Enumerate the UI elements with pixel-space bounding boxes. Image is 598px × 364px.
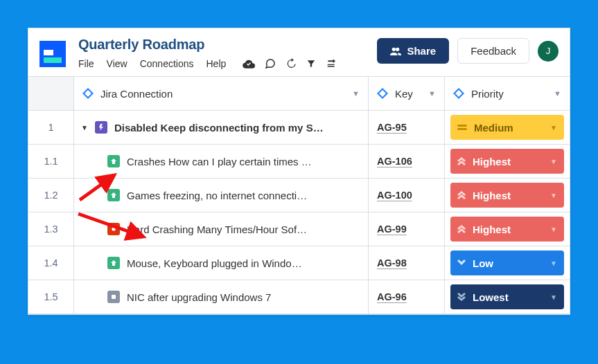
issue-key-link[interactable]: AG-98 bbox=[377, 257, 407, 269]
priority-lowest-icon bbox=[457, 293, 466, 301]
user-avatar[interactable]: J bbox=[538, 41, 559, 62]
app-window: Quarterly Roadmap File View Connections … bbox=[28, 28, 570, 315]
up-icon bbox=[107, 155, 120, 167]
priority-label: Highest bbox=[473, 190, 511, 201]
expand-toggle[interactable]: ▼ bbox=[81, 124, 88, 131]
priority-highest-icon bbox=[457, 225, 466, 233]
issue-key-link[interactable]: AG-100 bbox=[377, 190, 412, 201]
cloud-icon[interactable] bbox=[243, 58, 255, 69]
menu-file[interactable]: File bbox=[78, 58, 94, 69]
summary-cell[interactable]: Games freezing, no internet connecti… bbox=[74, 179, 369, 212]
row-number[interactable]: 1.4 bbox=[28, 246, 74, 280]
chevron-down-icon[interactable]: ▼ bbox=[554, 89, 561, 98]
priority-cell[interactable]: Highest▼ bbox=[445, 212, 570, 246]
chevron-down-icon[interactable]: ▼ bbox=[550, 260, 557, 267]
svg-rect-0 bbox=[457, 125, 467, 127]
priority-label: Highest bbox=[473, 224, 511, 235]
summary-cell[interactable]: Mouse, Keyboard plugged in Windo… bbox=[74, 246, 369, 280]
bug-icon bbox=[107, 223, 120, 235]
row-number[interactable]: 1.3 bbox=[28, 212, 74, 246]
menu-help[interactable]: Help bbox=[206, 58, 226, 69]
feedback-button-label: Feedback bbox=[471, 45, 516, 57]
row-number[interactable]: 1.5 bbox=[28, 280, 74, 314]
priority-cell[interactable]: Highest▼ bbox=[445, 145, 570, 179]
key-cell[interactable]: AG-106 bbox=[369, 145, 445, 179]
menu-view[interactable]: View bbox=[107, 58, 127, 69]
priority-badge[interactable]: Highest▼ bbox=[450, 183, 564, 208]
key-cell[interactable]: AG-95 bbox=[369, 111, 445, 145]
column-header-priority[interactable]: Priority ▼ bbox=[445, 77, 570, 111]
format-icon[interactable] bbox=[326, 58, 337, 69]
issue-summary-link[interactable]: NIC after upgrading Windows 7 bbox=[127, 291, 271, 303]
priority-label: Lowest bbox=[473, 291, 509, 303]
summary-cell[interactable]: Crashes How can I play certain times … bbox=[74, 145, 369, 179]
priority-label: Highest bbox=[473, 156, 511, 167]
data-grid: Jira Connection ▼ Key ▼ Priority ▼ 1▼Dis… bbox=[28, 76, 570, 314]
issue-summary-link[interactable]: Hard Crashing Many Times/Hour Sof… bbox=[127, 224, 307, 235]
chevron-down-icon[interactable]: ▼ bbox=[550, 124, 557, 131]
grey-icon bbox=[107, 291, 120, 303]
summary-cell[interactable]: Hard Crashing Many Times/Hour Sof… bbox=[74, 212, 369, 246]
key-cell[interactable]: AG-100 bbox=[369, 179, 445, 212]
issue-summary-link[interactable]: Crashes How can I play certain times … bbox=[127, 156, 312, 167]
priority-cell[interactable]: Low▼ bbox=[445, 246, 570, 280]
issue-key-link[interactable]: AG-99 bbox=[377, 224, 407, 235]
priority-cell[interactable]: Lowest▼ bbox=[445, 280, 570, 314]
priority-highest-icon bbox=[457, 191, 466, 199]
summary-cell[interactable]: NIC after upgrading Windows 7 bbox=[74, 280, 369, 314]
priority-badge[interactable]: Low▼ bbox=[450, 251, 564, 275]
priority-badge[interactable]: Lowest▼ bbox=[450, 284, 564, 309]
priority-badge[interactable]: Highest▼ bbox=[450, 149, 564, 174]
comment-icon[interactable] bbox=[265, 58, 276, 69]
priority-cell[interactable]: Highest▼ bbox=[445, 179, 570, 212]
column-header-summary-label: Jira Connection bbox=[100, 88, 345, 100]
chevron-down-icon[interactable]: ▼ bbox=[550, 293, 557, 301]
jira-icon bbox=[453, 88, 464, 99]
history-icon[interactable] bbox=[285, 58, 297, 69]
people-icon bbox=[390, 47, 401, 55]
epic-icon bbox=[95, 121, 107, 134]
chevron-down-icon[interactable]: ▼ bbox=[550, 226, 557, 233]
issue-key-link[interactable]: AG-96 bbox=[377, 291, 407, 302]
svg-rect-1 bbox=[457, 128, 467, 130]
row-number[interactable]: 1.2 bbox=[28, 179, 74, 212]
column-header-priority-label: Priority bbox=[471, 88, 547, 100]
priority-highest-icon bbox=[457, 157, 466, 165]
up-icon bbox=[107, 189, 120, 201]
priority-cell[interactable]: Medium▼ bbox=[445, 111, 570, 145]
menu-connections[interactable]: Connections bbox=[140, 58, 194, 69]
header: Quarterly Roadmap File View Connections … bbox=[28, 28, 570, 76]
chevron-down-icon[interactable]: ▼ bbox=[428, 89, 436, 98]
column-header-key-label: Key bbox=[395, 88, 421, 100]
document-title[interactable]: Quarterly Roadmap bbox=[78, 37, 364, 53]
key-cell[interactable]: AG-96 bbox=[369, 280, 445, 314]
filter-icon[interactable] bbox=[306, 58, 316, 69]
key-cell[interactable]: AG-98 bbox=[369, 246, 445, 280]
share-button[interactable]: Share bbox=[377, 38, 449, 64]
feedback-button[interactable]: Feedback bbox=[457, 38, 529, 64]
priority-label: Medium bbox=[474, 122, 513, 134]
row-number[interactable]: 1.1 bbox=[28, 145, 74, 179]
issue-summary-link[interactable]: Mouse, Keyboard plugged in Windo… bbox=[127, 257, 302, 269]
priority-label: Low bbox=[473, 257, 493, 269]
column-header-key[interactable]: Key ▼ bbox=[369, 77, 445, 111]
jira-icon bbox=[377, 88, 388, 99]
summary-cell[interactable]: ▼Disabled Keep disconnecting from my S… bbox=[74, 111, 369, 145]
issue-key-link[interactable]: AG-106 bbox=[377, 156, 412, 167]
issue-summary-link[interactable]: Disabled Keep disconnecting from my S… bbox=[114, 122, 324, 134]
chevron-down-icon[interactable]: ▼ bbox=[550, 192, 557, 199]
chevron-down-icon[interactable]: ▼ bbox=[352, 89, 360, 98]
issue-key-link[interactable]: AG-95 bbox=[377, 122, 407, 133]
jira-icon bbox=[82, 88, 94, 99]
avatar-initial: J bbox=[546, 46, 551, 56]
column-header-summary[interactable]: Jira Connection ▼ bbox=[74, 77, 369, 111]
share-button-label: Share bbox=[407, 45, 436, 57]
priority-badge[interactable]: Medium▼ bbox=[450, 115, 564, 140]
chevron-down-icon[interactable]: ▼ bbox=[550, 158, 557, 165]
issue-summary-link[interactable]: Games freezing, no internet connecti… bbox=[127, 190, 307, 201]
row-number[interactable]: 1 bbox=[28, 111, 74, 145]
menubar: File View Connections Help bbox=[78, 58, 364, 76]
key-cell[interactable]: AG-99 bbox=[369, 212, 445, 246]
row-number-header bbox=[28, 77, 74, 111]
priority-badge[interactable]: Highest▼ bbox=[450, 217, 564, 242]
